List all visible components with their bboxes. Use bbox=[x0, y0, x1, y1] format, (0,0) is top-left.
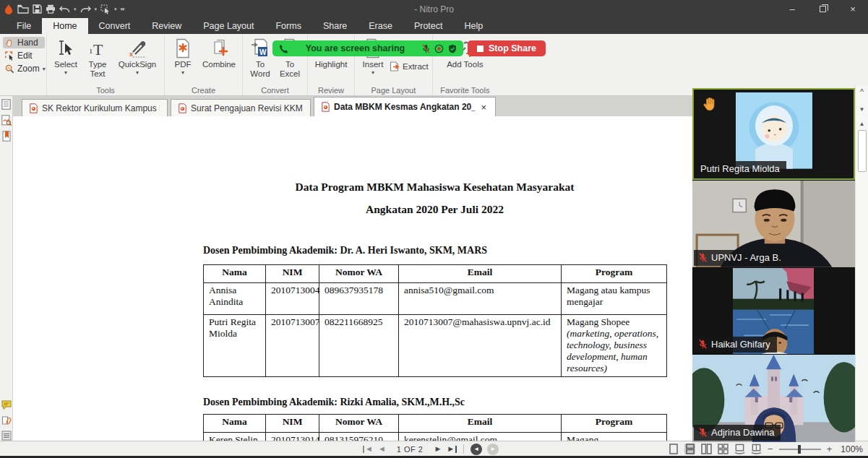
to-word-button[interactable]: W To Word bbox=[246, 35, 274, 78]
next-page-button[interactable]: ► bbox=[434, 445, 442, 453]
to-excel-label: To Excel bbox=[276, 60, 304, 78]
participant-tile-adjrina[interactable]: Adjrina Dawina bbox=[692, 355, 855, 442]
highlight-label: Highlight bbox=[315, 60, 348, 69]
pdf-button[interactable]: PDF ▾ bbox=[168, 35, 197, 76]
insert-label: Insert bbox=[363, 60, 384, 69]
last-page-button[interactable]: ► bbox=[447, 445, 457, 453]
pdf-caret-icon: ▾ bbox=[181, 70, 184, 77]
open-file-icon[interactable] bbox=[17, 4, 29, 14]
zoom-slider-handle[interactable] bbox=[798, 445, 801, 454]
document-tab-2[interactable]: Surat Pengajuan Revisi KKM 2020 K... bbox=[171, 99, 311, 116]
screen-share-banner: You are screen sharing Stop Share bbox=[272, 40, 546, 56]
participant-tile-putri[interactable]: Putri Regita Miolda bbox=[692, 88, 855, 180]
edit-tool-button[interactable]: Edit bbox=[3, 50, 45, 61]
redo-caret-icon[interactable]: ▾ bbox=[95, 7, 98, 12]
pages-panel-icon[interactable] bbox=[1, 99, 11, 110]
group-label-convert: Convert bbox=[243, 86, 307, 95]
zoom-level[interactable]: 100% bbox=[841, 444, 863, 454]
previous-view-button[interactable]: ◄ bbox=[470, 444, 482, 455]
type-text-button[interactable]: ıT Type Text bbox=[83, 35, 112, 78]
quad-pages-view-icon[interactable] bbox=[718, 444, 729, 454]
table2-header-row: Nama NIM Nomor WA Email Program bbox=[204, 415, 667, 433]
undo-icon[interactable] bbox=[59, 5, 70, 14]
window-title: - Nitro Pro bbox=[0, 4, 868, 14]
previous-page-button[interactable]: ◄ bbox=[378, 445, 386, 453]
window-controls: – × bbox=[777, 0, 868, 18]
svg-text:x: x bbox=[129, 51, 133, 58]
col-header-program: Program bbox=[562, 415, 667, 433]
group-label-favorite-tools: Favorite Tools bbox=[433, 86, 497, 95]
cell-program: Magang atau kampus mengajar bbox=[562, 283, 667, 315]
col-header-nim: NIM bbox=[266, 415, 319, 433]
cell-nama: Putri Regita Miolda bbox=[204, 315, 266, 377]
next-view-button[interactable]: ► bbox=[487, 444, 499, 455]
status-bar: ◄ ◄ 1 OF 2 ► ► ◄ ► − + 100% bbox=[0, 441, 868, 456]
menu-review[interactable]: Review bbox=[141, 18, 192, 34]
page-flip-facing-view-icon[interactable] bbox=[751, 444, 762, 454]
meeting-participants-panel: Putri Regita Miolda bbox=[692, 88, 855, 442]
facing-pages-view-icon[interactable] bbox=[701, 444, 712, 454]
first-page-button[interactable]: ◄ bbox=[363, 445, 373, 453]
participant-tile-arga[interactable]: UPNVJ - Arga B. bbox=[692, 181, 855, 267]
tab-list-dropdown-icon[interactable]: ▼ bbox=[856, 104, 868, 114]
select-button[interactable]: Select ▾ bbox=[51, 35, 81, 76]
cell-program: Magang bbox=[562, 433, 667, 441]
menu-page-layout[interactable]: Page Layout bbox=[192, 18, 265, 34]
layers-panel-icon[interactable] bbox=[1, 431, 12, 441]
page-flip-view-icon[interactable] bbox=[734, 444, 745, 454]
menu-file[interactable]: File bbox=[6, 18, 42, 34]
zoom-slider[interactable] bbox=[779, 449, 821, 450]
insert-caret-icon: ▾ bbox=[371, 70, 374, 77]
scroll-up-icon[interactable]: ▲ bbox=[856, 118, 868, 129]
menu-help[interactable]: Help bbox=[454, 18, 494, 34]
extract-icon bbox=[390, 61, 400, 72]
tab-close-icon[interactable]: × bbox=[479, 102, 488, 113]
restore-button[interactable] bbox=[807, 0, 838, 18]
vertical-scrollbar-thumb[interactable] bbox=[858, 130, 867, 172]
menu-share[interactable]: Share bbox=[312, 18, 358, 34]
document-tab-1[interactable]: SK Rektor Kurikulum Kampus Merdek... bbox=[22, 99, 168, 116]
cell-nim: 2010713004 bbox=[266, 283, 319, 315]
zoom-in-button[interactable]: + bbox=[827, 444, 833, 454]
single-page-view-icon[interactable] bbox=[668, 444, 679, 454]
undo-caret-icon[interactable]: ▾ bbox=[74, 7, 77, 12]
document-title-line2: Angkatan 2020 Per Juli 2022 bbox=[203, 203, 666, 216]
type-text-icon: ıT bbox=[88, 37, 107, 60]
zoom-out-button[interactable]: − bbox=[768, 444, 773, 454]
select-tool-caret-icon[interactable]: ▾ bbox=[114, 7, 117, 12]
menu-erase[interactable]: Erase bbox=[358, 18, 403, 34]
continuous-view-icon[interactable] bbox=[684, 444, 695, 454]
menu-forms[interactable]: Forms bbox=[265, 18, 311, 34]
zoom-tool-button[interactable]: Zoom ▾ bbox=[3, 63, 45, 74]
hand-tool-button[interactable]: Hand bbox=[3, 37, 45, 48]
menu-bar: File Home Convert Review Page Layout For… bbox=[0, 18, 868, 34]
menu-home[interactable]: Home bbox=[42, 18, 87, 34]
toolbar-more-icon[interactable]: ▾▾ bbox=[121, 7, 124, 12]
stop-share-button[interactable]: Stop Share bbox=[468, 40, 546, 56]
print-icon[interactable] bbox=[46, 4, 56, 14]
page-indicator[interactable]: 1 OF 2 bbox=[397, 445, 424, 454]
collapse-ribbon-icon[interactable]: ^ bbox=[856, 87, 868, 97]
quicksign-button[interactable]: x QuickSign ▾ bbox=[114, 35, 160, 76]
document-tab-3-active[interactable]: Data MBKM Kesmas Angkatan 20_Juli... × bbox=[314, 97, 496, 116]
comments-panel-icon[interactable] bbox=[1, 400, 12, 410]
signatures-panel-icon[interactable] bbox=[1, 115, 12, 126]
save-icon[interactable] bbox=[33, 4, 42, 14]
menu-convert[interactable]: Convert bbox=[88, 18, 142, 34]
participant-tile-haikal[interactable]: Haikal Ghifary bbox=[692, 268, 855, 355]
program-detail: (marketing, operations, technology, busi… bbox=[567, 328, 661, 374]
minimize-button[interactable]: – bbox=[777, 0, 807, 18]
attachments-panel-icon[interactable] bbox=[1, 415, 12, 425]
extract-button[interactable]: Extract bbox=[390, 61, 429, 72]
menu-protect[interactable]: Protect bbox=[403, 18, 454, 34]
select-tool-icon[interactable] bbox=[100, 4, 111, 14]
redo-icon[interactable] bbox=[80, 5, 91, 14]
cell-wa: 081315976210 bbox=[319, 433, 399, 441]
close-button[interactable]: × bbox=[838, 0, 868, 18]
svg-text:T: T bbox=[93, 40, 103, 58]
raised-hand-icon bbox=[701, 95, 720, 114]
bookmarks-panel-icon[interactable] bbox=[2, 131, 11, 142]
edit-label: Edit bbox=[17, 51, 33, 61]
combine-button[interactable]: Combine bbox=[199, 35, 239, 69]
muted-mic-icon bbox=[699, 340, 707, 349]
